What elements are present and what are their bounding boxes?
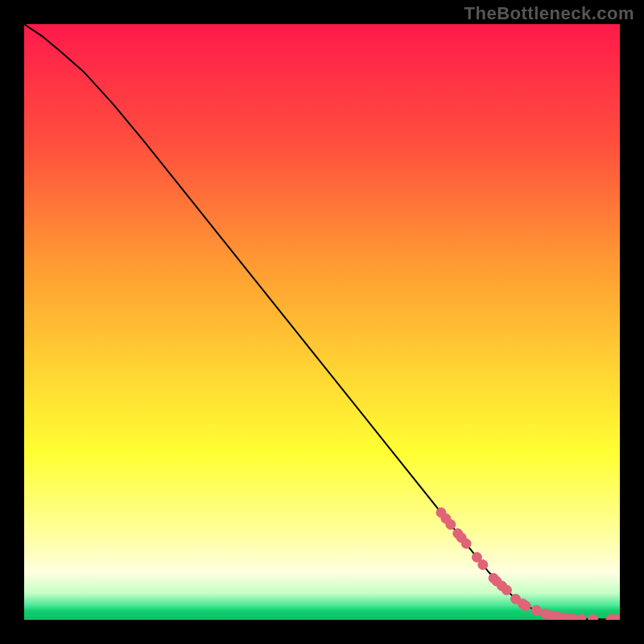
watermark-label: TheBottleneck.com (464, 3, 634, 24)
data-point (478, 560, 488, 570)
gradient-background (24, 24, 620, 620)
data-point (461, 539, 471, 548)
chart-container: TheBottleneck.com (0, 0, 644, 644)
data-point (576, 614, 586, 620)
data-point (531, 605, 541, 615)
plot-area (24, 24, 620, 620)
data-point (502, 585, 511, 595)
data-point (568, 614, 577, 620)
data-point (446, 520, 456, 530)
data-point (521, 601, 530, 611)
plot-svg (24, 24, 620, 620)
